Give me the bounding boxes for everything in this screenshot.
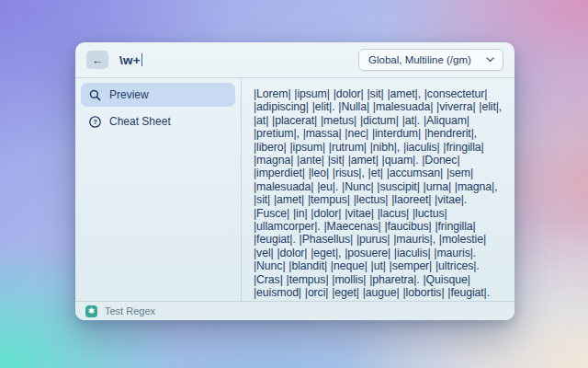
app-asterisk-icon: ✱	[85, 305, 97, 317]
sidebar: Preview ? Cheat Sheet	[75, 78, 242, 301]
sidebar-item-cheat-sheet[interactable]: ? Cheat Sheet	[81, 109, 235, 133]
app-title: Test Regex	[105, 305, 155, 316]
search-icon	[89, 89, 101, 101]
sidebar-item-label: Cheat Sheet	[109, 115, 171, 128]
text-cursor	[141, 53, 143, 66]
flags-dropdown[interactable]: Global, Multiline (/gm)	[358, 49, 503, 71]
back-button[interactable]: ←	[86, 51, 108, 69]
preview-text: |Lorem| |ipsum| |dolor| |sit| |amet|, |c…	[254, 87, 503, 301]
help-icon: ?	[89, 116, 101, 128]
regex-pattern-text: \w+	[119, 53, 141, 67]
flags-dropdown-value: Global, Multiline (/gm)	[368, 54, 471, 65]
back-arrow-icon: ←	[92, 54, 104, 66]
window-body: Preview ? Cheat Sheet |Lorem| |ipsum| |d…	[75, 78, 514, 301]
chevron-down-icon	[486, 57, 494, 63]
svg-text:?: ?	[93, 118, 97, 126]
regex-app-window: ← \w+ Global, Multiline (/gm) Preview	[75, 42, 514, 320]
regex-pattern-input[interactable]: \w+	[119, 53, 142, 67]
preview-pane[interactable]: |Lorem| |ipsum| |dolor| |sit| |amet|, |c…	[242, 78, 514, 301]
sidebar-item-preview[interactable]: Preview	[81, 83, 235, 107]
status-bar: ✱ Test Regex	[75, 301, 514, 320]
sidebar-item-label: Preview	[109, 88, 149, 101]
desktop-background: ← \w+ Global, Multiline (/gm) Preview	[0, 0, 588, 368]
toolbar: ← \w+ Global, Multiline (/gm)	[75, 42, 514, 78]
